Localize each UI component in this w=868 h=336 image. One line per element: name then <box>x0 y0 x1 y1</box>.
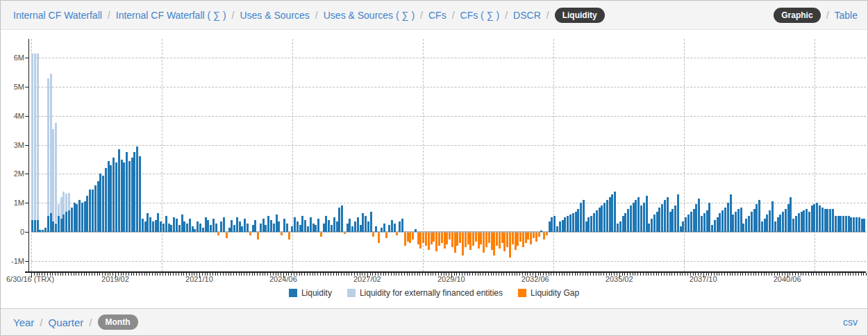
bar-liquidity <box>730 194 732 232</box>
x-axis-tick <box>732 273 733 276</box>
period-toggle-quarter[interactable]: Quarter <box>48 317 83 328</box>
bar-liquidity <box>168 224 170 233</box>
bar-liquidity <box>341 205 343 232</box>
breadcrumb-item-cfs[interactable]: CFs <box>428 10 446 21</box>
bar-liquidity <box>622 216 624 232</box>
bar-liquidity <box>220 221 222 232</box>
bar-liquidity <box>756 204 758 232</box>
breadcrumb-item-internal-cf-waterfall[interactable]: Internal CF Waterfall ( ∑ ) <box>116 10 226 21</box>
x-axis-tick <box>756 273 756 276</box>
bar-liquidity <box>381 228 383 232</box>
breadcrumb-item-internal-cf-waterfall[interactable]: Internal CF Waterfall <box>13 10 102 21</box>
bar-liquidity <box>735 212 737 232</box>
x-axis-tick <box>667 273 667 276</box>
bar-liquidity <box>714 220 716 232</box>
x-axis-tick <box>735 273 735 276</box>
x-axis-tick <box>312 273 313 276</box>
x-axis-label: 2040/06 <box>760 275 815 283</box>
x-axis-label: 2032/06 <box>508 275 563 283</box>
bar-liquidity <box>708 203 710 232</box>
bar-liquidity <box>142 219 144 232</box>
gridline-vertical <box>553 39 554 271</box>
bar-liquidity <box>766 215 768 232</box>
x-axis-tick <box>658 273 659 276</box>
x-axis-tick <box>155 273 156 276</box>
x-axis-tick <box>68 273 69 276</box>
x-axis-tick <box>819 273 819 276</box>
legend-label: Liquidity <box>301 288 332 298</box>
bar-liquidity-gap <box>422 233 424 243</box>
view-toggle-graphic[interactable]: Graphic <box>774 8 820 23</box>
breadcrumb-item-separator: / <box>226 10 240 21</box>
bar-liquidity-gap <box>419 233 422 249</box>
bar-liquidity <box>674 205 676 232</box>
bar-liquidity <box>62 215 65 232</box>
bar-liquidity-gap <box>407 233 409 242</box>
x-axis-tick <box>821 273 822 276</box>
bar-liquidity-gap <box>543 233 545 240</box>
bar-liquidity <box>761 221 763 232</box>
x-axis-tick <box>575 273 576 276</box>
bar-liquidity <box>575 212 577 232</box>
breadcrumb-item-uses-sources[interactable]: Uses & Sources ( ∑ ) <box>324 10 415 21</box>
breadcrumb-item-dscr[interactable]: DSCR <box>513 10 541 21</box>
bar-liquidity-gap <box>506 233 508 247</box>
x-axis-tick <box>664 273 665 276</box>
bar-liquidity <box>283 219 285 232</box>
bar-liquidity <box>617 224 619 233</box>
bar-liquidity-gap <box>396 233 398 235</box>
gridline-vertical <box>292 39 293 271</box>
bar-liquidity <box>740 208 742 233</box>
period-toggle-separator: / <box>34 317 48 328</box>
bar-liquidity <box>727 203 729 232</box>
period-toggle-month[interactable]: Month <box>98 314 138 330</box>
breadcrumb-item-uses-sources[interactable]: Uses & Sources <box>240 10 309 21</box>
breadcrumb-item-liquidity[interactable]: Liquidity <box>555 8 605 23</box>
bar-liquidity <box>270 220 272 232</box>
bar-liquidity <box>133 152 135 232</box>
x-axis-tick <box>331 273 331 276</box>
bar-liquidity-gap <box>320 233 322 237</box>
x-axis-tick <box>656 273 657 276</box>
bar-liquidity <box>383 224 385 233</box>
x-axis-tick <box>491 273 492 276</box>
bar-liquidity <box>858 217 860 232</box>
bar-liquidity-gap <box>483 233 485 253</box>
bar-liquidity <box>170 225 172 232</box>
x-axis-tick <box>399 273 399 276</box>
bar-liquidity <box>147 213 149 232</box>
bar-liquidity-gap <box>441 233 443 243</box>
bottom-toolbar: Year/Quarter/Month csv <box>1 308 867 335</box>
bar-liquidity <box>336 221 338 232</box>
bar-liquidity-gap <box>449 233 451 240</box>
bar-liquidity <box>853 217 855 232</box>
legend-label: Liquidity Gap <box>531 288 579 298</box>
bar-liquidity <box>816 203 818 232</box>
bar-liquidity <box>202 228 204 232</box>
x-axis-tick <box>60 273 61 276</box>
x-axis-tick <box>84 273 85 276</box>
bar-liquidity <box>110 165 112 232</box>
bar-liquidity <box>803 210 805 232</box>
bar-liquidity <box>273 224 275 233</box>
bar-liquidity <box>299 225 301 232</box>
csv-export-link[interactable]: csv <box>843 317 858 328</box>
bar-liquidity <box>606 200 608 232</box>
bar-liquidity <box>94 185 97 232</box>
bar-liquidity <box>695 204 697 232</box>
x-axis-label: 2019/02 <box>87 275 143 283</box>
view-toggle-table[interactable]: Table <box>835 10 858 21</box>
period-toggle-year[interactable]: Year <box>13 317 34 328</box>
x-axis-tick <box>247 273 247 276</box>
bar-liquidity-gap <box>456 233 458 246</box>
bar-liquidity-gap <box>249 233 251 235</box>
bar-liquidity <box>267 216 269 232</box>
x-axis-tick <box>480 273 481 276</box>
breadcrumb-item-cfs[interactable]: CFs ( ∑ ) <box>460 10 500 21</box>
bar-liquidity <box>228 228 231 232</box>
bar-liquidity <box>850 217 852 232</box>
bar-liquidity <box>71 208 73 233</box>
bar-liquidity-gap <box>535 233 537 242</box>
bar-liquidity <box>60 219 62 232</box>
bar-liquidity <box>658 208 660 233</box>
